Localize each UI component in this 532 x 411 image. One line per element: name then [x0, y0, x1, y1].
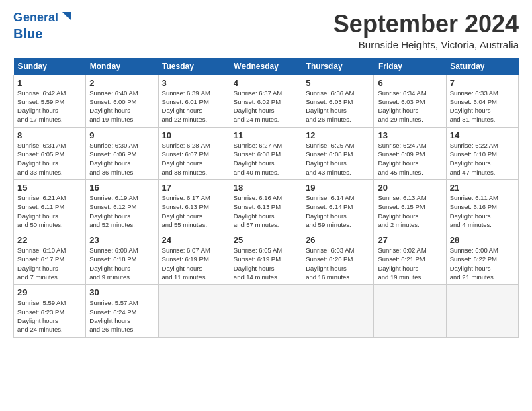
calendar-cell-empty — [374, 285, 446, 337]
month-title: September 2024 — [333, 11, 519, 38]
calendar-cell-3: 3Sunrise: 6:39 AMSunset: 6:01 PMDaylight… — [158, 75, 230, 127]
logo: General Blue — [13, 11, 72, 42]
header-wednesday: Wednesday — [230, 58, 302, 75]
weekday-header-row: Sunday Monday Tuesday Wednesday Thursday… — [14, 58, 519, 75]
calendar-cell-17: 17Sunrise: 6:17 AMSunset: 6:13 PMDayligh… — [158, 179, 230, 232]
logo-text-general: General — [13, 11, 58, 26]
logo-text-blue: Blue — [13, 26, 42, 42]
title-block: September 2024 Burnside Heights, Victori… — [333, 11, 519, 50]
calendar-cell-4: 4Sunrise: 6:37 AMSunset: 6:02 PMDaylight… — [230, 75, 302, 127]
calendar-cell-19: 19Sunrise: 6:14 AMSunset: 6:14 PMDayligh… — [302, 179, 374, 232]
header-monday: Monday — [86, 58, 158, 75]
calendar-week-3: 15Sunrise: 6:21 AMSunset: 6:11 PMDayligh… — [14, 179, 519, 232]
calendar-cell-8: 8Sunrise: 6:31 AMSunset: 6:05 PMDaylight… — [14, 127, 86, 179]
calendar-week-1: 1Sunrise: 6:42 AMSunset: 5:59 PMDaylight… — [14, 75, 519, 127]
calendar-cell-2: 2Sunrise: 6:40 AMSunset: 6:00 PMDaylight… — [86, 75, 158, 127]
header-tuesday: Tuesday — [158, 58, 230, 75]
calendar-week-2: 8Sunrise: 6:31 AMSunset: 6:05 PMDaylight… — [14, 127, 519, 179]
calendar-cell-28: 28Sunrise: 6:00 AMSunset: 6:22 PMDayligh… — [446, 232, 518, 285]
calendar-cell-30: 30Sunrise: 5:57 AMSunset: 6:24 PMDayligh… — [86, 285, 158, 337]
calendar-cell-12: 12Sunrise: 6:25 AMSunset: 6:08 PMDayligh… — [302, 127, 374, 179]
calendar-cell-7: 7Sunrise: 6:33 AMSunset: 6:04 PMDaylight… — [446, 75, 518, 127]
calendar-cell-14: 14Sunrise: 6:22 AMSunset: 6:10 PMDayligh… — [446, 127, 518, 179]
calendar-table: Sunday Monday Tuesday Wednesday Thursday… — [13, 58, 519, 338]
calendar-cell-29: 29Sunrise: 5:59 AMSunset: 6:23 PMDayligh… — [14, 285, 86, 337]
calendar-cell-empty — [230, 285, 302, 337]
header-thursday: Thursday — [302, 58, 374, 75]
calendar-body: 1Sunrise: 6:42 AMSunset: 5:59 PMDaylight… — [14, 75, 519, 337]
calendar-week-5: 29Sunrise: 5:59 AMSunset: 6:23 PMDayligh… — [14, 285, 519, 337]
calendar-cell-23: 23Sunrise: 6:08 AMSunset: 6:18 PMDayligh… — [86, 232, 158, 285]
calendar-cell-16: 16Sunrise: 6:19 AMSunset: 6:12 PMDayligh… — [86, 179, 158, 232]
calendar-cell-20: 20Sunrise: 6:13 AMSunset: 6:15 PMDayligh… — [374, 179, 446, 232]
page-container: General Blue September 2024 Burnside Hei… — [0, 0, 532, 345]
calendar-cell-21: 21Sunrise: 6:11 AMSunset: 6:16 PMDayligh… — [446, 179, 518, 232]
calendar-cell-1: 1Sunrise: 6:42 AMSunset: 5:59 PMDaylight… — [14, 75, 86, 127]
calendar-cell-24: 24Sunrise: 6:07 AMSunset: 6:19 PMDayligh… — [158, 232, 230, 285]
calendar-week-4: 22Sunrise: 6:10 AMSunset: 6:17 PMDayligh… — [14, 232, 519, 285]
calendar-cell-9: 9Sunrise: 6:30 AMSunset: 6:06 PMDaylight… — [86, 127, 158, 179]
calendar-cell-empty — [158, 285, 230, 337]
calendar-cell-22: 22Sunrise: 6:10 AMSunset: 6:17 PMDayligh… — [14, 232, 86, 285]
header-friday: Friday — [374, 58, 446, 75]
calendar-cell-18: 18Sunrise: 6:16 AMSunset: 6:13 PMDayligh… — [230, 179, 302, 232]
calendar-cell-25: 25Sunrise: 6:05 AMSunset: 6:19 PMDayligh… — [230, 232, 302, 285]
logo-arrow-icon — [60, 11, 72, 23]
calendar-cell-5: 5Sunrise: 6:36 AMSunset: 6:03 PMDaylight… — [302, 75, 374, 127]
calendar-cell-13: 13Sunrise: 6:24 AMSunset: 6:09 PMDayligh… — [374, 127, 446, 179]
calendar-cell-empty — [302, 285, 374, 337]
svg-marker-0 — [62, 12, 71, 20]
calendar-cell-11: 11Sunrise: 6:27 AMSunset: 6:08 PMDayligh… — [230, 127, 302, 179]
header: General Blue September 2024 Burnside Hei… — [13, 11, 519, 50]
calendar-cell-empty — [446, 285, 518, 337]
calendar-cell-15: 15Sunrise: 6:21 AMSunset: 6:11 PMDayligh… — [14, 179, 86, 232]
logo-icon: General — [13, 11, 72, 26]
calendar-cell-27: 27Sunrise: 6:02 AMSunset: 6:21 PMDayligh… — [374, 232, 446, 285]
header-saturday: Saturday — [446, 58, 518, 75]
location-title: Burnside Heights, Victoria, Australia — [333, 39, 519, 50]
calendar-cell-26: 26Sunrise: 6:03 AMSunset: 6:20 PMDayligh… — [302, 232, 374, 285]
calendar-cell-10: 10Sunrise: 6:28 AMSunset: 6:07 PMDayligh… — [158, 127, 230, 179]
calendar-cell-6: 6Sunrise: 6:34 AMSunset: 6:03 PMDaylight… — [374, 75, 446, 127]
header-sunday: Sunday — [14, 58, 86, 75]
